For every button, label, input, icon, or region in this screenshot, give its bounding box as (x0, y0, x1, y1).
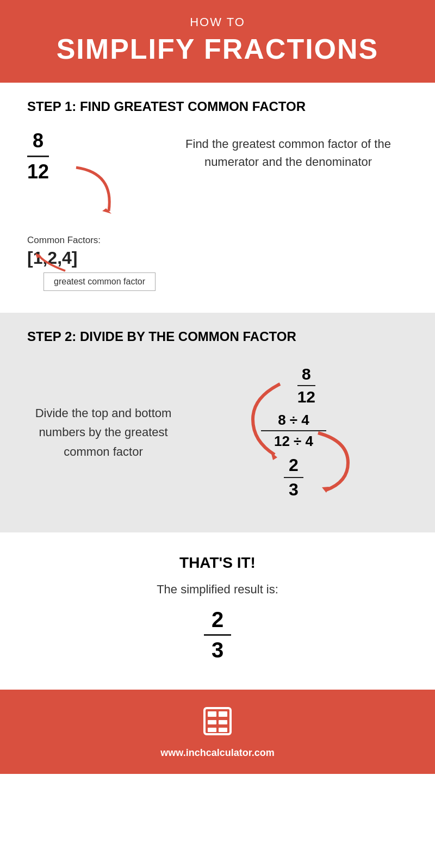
svg-rect-7 (208, 720, 216, 724)
step2-orig-numerator: 8 (302, 365, 311, 383)
calculator-svg (202, 706, 233, 736)
step2-right-panel: 8 12 8 ÷ 4 12 ÷ 4 (190, 359, 408, 505)
step1-section: STEP 1: FIND GREATEST COMMON FACTOR 8 12… (0, 83, 435, 313)
step1-fraction-numerator: 8 (33, 129, 44, 152)
footer: www.inchcalculator.com (0, 690, 435, 774)
step1-fraction: 8 12 (27, 129, 49, 183)
gcf-label: greatest common factor (44, 272, 156, 291)
arrow-curve-svg (71, 162, 120, 216)
step2-right-arrow-svg (310, 430, 353, 495)
svg-rect-9 (208, 728, 216, 732)
step1-description: Find the greatest common factor of the n… (169, 129, 408, 171)
svg-rect-10 (219, 728, 227, 732)
conclusion-fraction-denominator: 3 (212, 638, 223, 662)
conclusion-text: The simplified result is: (27, 582, 408, 597)
step2-right-arrow-container (310, 430, 353, 498)
header-subtitle: HOW TO (11, 15, 424, 29)
common-factors-label: Common Factors: (27, 235, 169, 246)
step1-left-panel: 8 12 Common Factors: [1,2,4] (27, 129, 169, 291)
svg-rect-8 (219, 720, 227, 724)
gcf-callout: greatest common factor (27, 272, 169, 291)
conclusion-section: THAT'S IT! The simplified result is: 2 3 (0, 532, 435, 690)
step1-fraction-denominator: 12 (27, 160, 49, 183)
svg-rect-6 (219, 711, 227, 717)
svg-rect-5 (208, 711, 216, 717)
step2-arrow-svg (250, 376, 288, 463)
header: HOW TO SIMPLIFY FRACTIONS (0, 0, 435, 83)
conclusion-fraction: 2 3 (204, 607, 231, 662)
gcf-arrow-svg (33, 252, 76, 274)
conclusion-fraction-line (204, 634, 231, 636)
footer-url: www.inchcalculator.com (11, 747, 424, 759)
calculator-icon (11, 706, 424, 743)
step2-fraction-original: 8 12 (297, 365, 315, 406)
step2-result-line (284, 477, 303, 478)
step2-result-numerator: 2 (289, 455, 299, 475)
step2-arrow-container (250, 376, 288, 465)
step2-description: Divide the top and bottom numbers by the… (27, 404, 179, 461)
conclusion-fraction-numerator: 2 (212, 607, 223, 632)
arrow-down-right (71, 162, 120, 219)
step2-orig-denominator: 12 (297, 388, 315, 406)
step2-heading: STEP 2: DIVIDE BY THE COMMON FACTOR (27, 329, 408, 344)
step1-fraction-line (27, 156, 49, 157)
step2-fractions: 8 12 8 ÷ 4 12 ÷ 4 (250, 359, 348, 505)
conclusion-heading: THAT'S IT! (27, 554, 408, 572)
step1-heading: STEP 1: FIND GREATEST COMMON FACTOR (27, 99, 408, 114)
step2-result-denominator: 3 (289, 480, 299, 500)
step2-section: STEP 2: DIVIDE BY THE COMMON FACTOR Divi… (0, 313, 435, 532)
step2-orig-line (297, 385, 315, 386)
header-title: SIMPLIFY FRACTIONS (11, 33, 424, 65)
